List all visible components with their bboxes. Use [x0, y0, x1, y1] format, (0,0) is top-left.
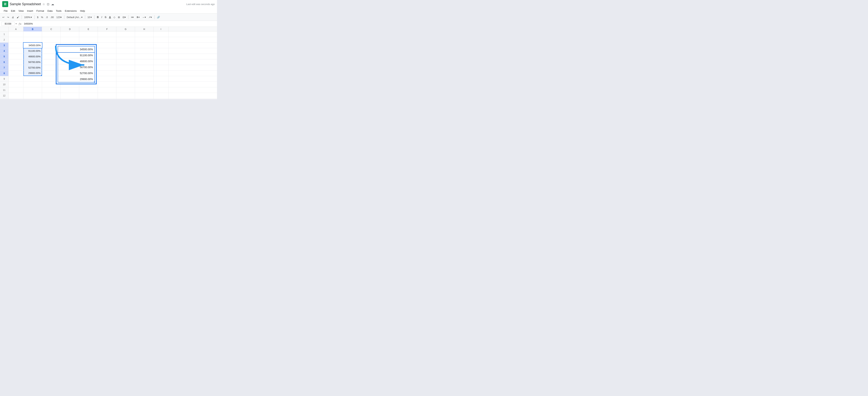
- cell-f2[interactable]: [98, 37, 116, 43]
- font-dropdown[interactable]: Default (Ari... ▾: [66, 16, 84, 19]
- percent-button[interactable]: %: [40, 15, 44, 19]
- strikethrough-button[interactable]: S: [104, 15, 107, 19]
- valign-button[interactable]: ⬍▾: [135, 15, 141, 19]
- font-color-button[interactable]: A: [108, 15, 112, 19]
- cell-b9[interactable]: [24, 76, 42, 82]
- cell-g6[interactable]: [116, 59, 135, 65]
- merge-cells-button[interactable]: ⊟▾: [122, 15, 127, 19]
- cell-b12[interactable]: [24, 93, 42, 98]
- text-wrap-button[interactable]: ↔▾: [141, 15, 147, 19]
- cell-b8[interactable]: 29900.00%: [24, 70, 42, 76]
- link-button[interactable]: 🔗: [156, 15, 161, 19]
- cell-a3[interactable]: [8, 43, 24, 48]
- print-button[interactable]: 🖨: [11, 15, 15, 19]
- cell-h6[interactable]: [135, 59, 154, 65]
- cell-g3[interactable]: [116, 43, 135, 48]
- cell-a10[interactable]: [8, 82, 24, 87]
- cell-h11[interactable]: [135, 87, 154, 93]
- cell-i9[interactable]: [154, 76, 168, 82]
- cell-g2[interactable]: [116, 37, 135, 43]
- menu-format[interactable]: Format: [35, 9, 45, 13]
- cell-a12[interactable]: [8, 93, 24, 98]
- cell-e11[interactable]: [79, 87, 98, 93]
- col-header-g[interactable]: G: [116, 27, 135, 31]
- cell-c12[interactable]: [42, 93, 61, 98]
- cell-h13[interactable]: [135, 98, 154, 99]
- cell-i8[interactable]: [154, 70, 168, 76]
- cell-a2[interactable]: [8, 37, 24, 43]
- cell-g7[interactable]: [116, 65, 135, 70]
- bold-button[interactable]: B: [96, 15, 100, 19]
- cell-b11[interactable]: [24, 87, 42, 93]
- col-header-i[interactable]: I: [154, 27, 168, 31]
- cell-f9[interactable]: [98, 76, 116, 82]
- formula-function-icon[interactable]: ƒx: [18, 22, 22, 25]
- cell-a4[interactable]: [8, 48, 24, 54]
- fill-color-button[interactable]: ◇: [113, 15, 116, 19]
- col-header-h[interactable]: H: [135, 27, 154, 31]
- cell-h7[interactable]: [135, 65, 154, 70]
- cell-i7[interactable]: [154, 65, 168, 70]
- cell-a7[interactable]: [8, 65, 24, 70]
- col-header-c[interactable]: C: [42, 27, 61, 31]
- menu-extensions[interactable]: Extensions: [63, 9, 78, 13]
- decimal-increase-button[interactable]: .00: [50, 15, 55, 19]
- cell-b3[interactable]: 34500.00%: [24, 43, 42, 48]
- cell-g8[interactable]: [116, 70, 135, 76]
- menu-tools[interactable]: Tools: [54, 9, 63, 13]
- cell-h8[interactable]: [135, 70, 154, 76]
- cell-i1[interactable]: [154, 31, 168, 37]
- cell-d13[interactable]: [61, 98, 79, 99]
- cell-c1[interactable]: [42, 31, 61, 37]
- cell-f4[interactable]: [98, 48, 116, 54]
- cell-a13[interactable]: [8, 98, 24, 99]
- menu-data[interactable]: Data: [46, 9, 54, 13]
- cell-c13[interactable]: [42, 98, 61, 99]
- cell-b2[interactable]: [24, 37, 42, 43]
- text-rotate-button[interactable]: ↗▾: [148, 15, 153, 19]
- star-icon[interactable]: ☆: [42, 2, 45, 6]
- folder-icon[interactable]: ⊡: [47, 2, 49, 6]
- currency-button[interactable]: $: [36, 15, 39, 19]
- cell-g10[interactable]: [116, 82, 135, 87]
- cell-d11[interactable]: [61, 87, 79, 93]
- cell-g9[interactable]: [116, 76, 135, 82]
- undo-button[interactable]: ↩: [1, 15, 5, 19]
- cell-g12[interactable]: [116, 93, 135, 98]
- menu-edit[interactable]: Edit: [9, 9, 17, 13]
- cloud-icon[interactable]: ☁: [51, 2, 54, 6]
- col-header-f[interactable]: F: [98, 27, 116, 31]
- cell-b10[interactable]: [24, 82, 42, 87]
- cell-reference-input[interactable]: B3:B8: [1, 22, 14, 26]
- cell-c11[interactable]: [42, 87, 61, 93]
- format-number-button[interactable]: 123▾: [55, 15, 63, 19]
- cell-i13[interactable]: [154, 98, 168, 99]
- formula-input[interactable]: [23, 22, 216, 25]
- col-header-d[interactable]: D: [61, 27, 79, 31]
- cell-a9[interactable]: [8, 76, 24, 82]
- cell-d2[interactable]: [61, 37, 79, 43]
- cell-b4[interactable]: 91100.00%: [24, 48, 42, 54]
- cell-e2[interactable]: [79, 37, 98, 43]
- col-header-a[interactable]: A: [8, 27, 24, 31]
- cell-i4[interactable]: [154, 48, 168, 54]
- cell-c2[interactable]: [42, 37, 61, 43]
- menu-view[interactable]: View: [17, 9, 25, 13]
- cell-h4[interactable]: [135, 48, 154, 54]
- cell-a1[interactable]: [8, 31, 24, 37]
- zoom-dropdown[interactable]: 100% ▾: [23, 16, 33, 19]
- redo-button[interactable]: ↪: [6, 15, 10, 19]
- cell-g11[interactable]: [116, 87, 135, 93]
- cell-h2[interactable]: [135, 37, 154, 43]
- cell-h10[interactable]: [135, 82, 154, 87]
- cell-i12[interactable]: [154, 93, 168, 98]
- cell-g1[interactable]: [116, 31, 135, 37]
- cell-g13[interactable]: [116, 98, 135, 99]
- cell-b5[interactable]: 46600.00%: [24, 54, 42, 59]
- cell-f12[interactable]: [98, 93, 116, 98]
- cell-f1[interactable]: [98, 31, 116, 37]
- borders-button[interactable]: ⊞: [117, 15, 121, 19]
- cell-g5[interactable]: [116, 54, 135, 59]
- cell-e1[interactable]: [79, 31, 98, 37]
- decimal-decrease-button[interactable]: .0: [45, 15, 49, 19]
